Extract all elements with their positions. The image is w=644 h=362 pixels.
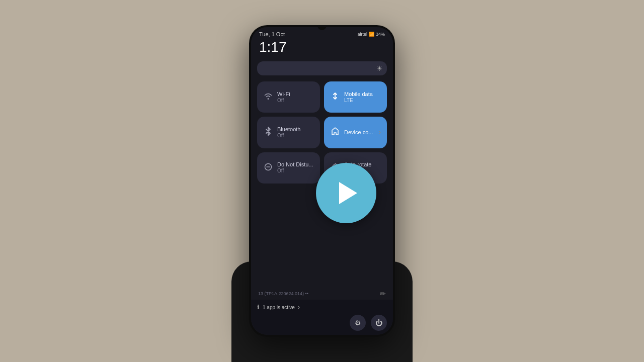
wifi-icon	[263, 93, 273, 102]
dnd-tile[interactable]: Do Not Distu... Off	[257, 152, 320, 184]
bluetooth-tile[interactable]: Bluetooth Off	[257, 117, 320, 148]
dnd-label: Do Not Distu...	[277, 161, 313, 168]
chevron-right-icon: ›	[298, 304, 300, 311]
brightness-bar[interactable]: ☀	[257, 61, 387, 75]
version-text: 13 (TP1A.220624.014) ••	[258, 291, 308, 296]
power-icon: ⏻	[375, 319, 382, 327]
battery-label: 34%	[376, 32, 385, 37]
status-date: Tue, 1 Oct	[259, 31, 285, 37]
time-display: 1:17	[259, 39, 287, 55]
dnd-icon	[263, 163, 273, 173]
device-controls-icon	[330, 127, 340, 137]
mobile-data-tile-text: Mobile data LTE	[344, 91, 373, 104]
settings-icon: ⚙	[355, 319, 361, 327]
dnd-tile-text: Do Not Distu... Off	[277, 161, 313, 174]
play-triangle-icon	[339, 182, 357, 204]
wifi-tile-text: Wi-Fi Off	[277, 91, 290, 104]
mobile-data-tile[interactable]: Mobile data LTE	[324, 81, 387, 113]
wifi-sublabel: Off	[277, 98, 290, 104]
scene: Tue, 1 Oct airtel 📶 34% 1:17 ☀	[0, 0, 644, 362]
play-overlay[interactable]	[316, 163, 376, 223]
bluetooth-label: Bluetooth	[277, 126, 300, 133]
active-apps-row[interactable]: ℹ 1 app is active ›	[257, 304, 387, 311]
bottom-area: ℹ 1 app is active › ⚙ ⏻	[251, 300, 393, 335]
settings-button[interactable]: ⚙	[350, 315, 366, 331]
info-icon: ℹ	[257, 304, 260, 311]
carrier-label: airtel	[357, 32, 367, 37]
brightness-icon: ☀	[376, 64, 383, 72]
power-button[interactable]: ⏻	[371, 315, 387, 331]
bluetooth-sublabel: Off	[277, 133, 300, 139]
brightness-row[interactable]: ☀	[251, 59, 393, 79]
device-controls-label: Device co...	[344, 129, 373, 136]
device-controls-tile[interactable]: Device co... ›	[324, 117, 387, 148]
play-button[interactable]	[316, 163, 376, 223]
mobile-data-sublabel: LTE	[344, 98, 373, 104]
status-icons: airtel 📶 34%	[357, 32, 385, 37]
signal-icon: 📶	[369, 32, 374, 37]
bluetooth-icon	[263, 127, 273, 138]
wifi-tile[interactable]: Wi-Fi Off	[257, 81, 320, 113]
bottom-actions: ⚙ ⏻	[257, 315, 387, 331]
mobile-data-icon	[330, 92, 340, 102]
time-row: 1:17	[251, 39, 393, 59]
mobile-data-label: Mobile data	[344, 91, 373, 98]
bluetooth-tile-text: Bluetooth Off	[277, 126, 300, 139]
dnd-sublabel: Off	[277, 168, 313, 174]
wifi-label: Wi-Fi	[277, 91, 290, 98]
device-controls-tile-text: Device co...	[344, 129, 373, 136]
edit-icon[interactable]: ✏	[380, 290, 386, 298]
version-bar: 13 (TP1A.220624.014) •• ✏	[251, 288, 393, 300]
device-controls-arrow: ›	[379, 129, 381, 136]
active-apps-label: 1 app is active	[263, 305, 295, 310]
